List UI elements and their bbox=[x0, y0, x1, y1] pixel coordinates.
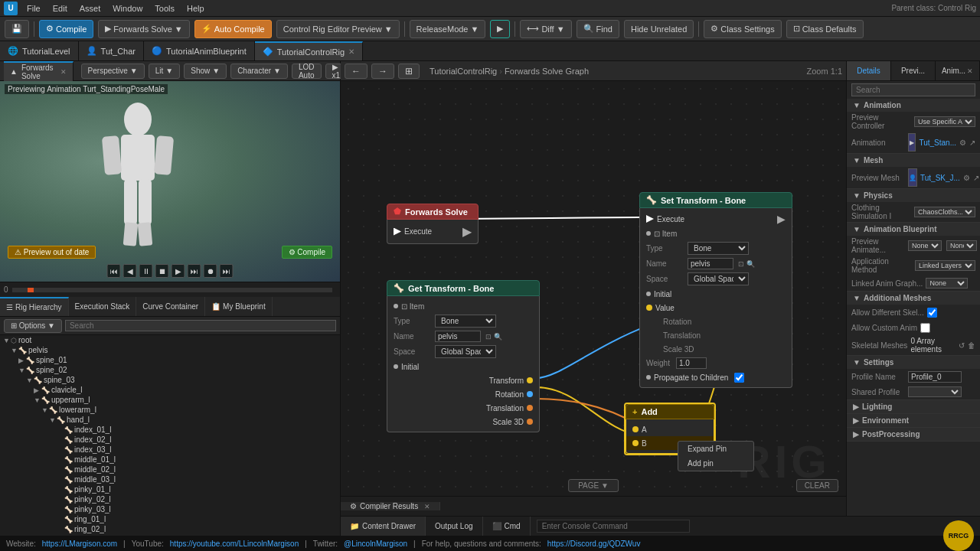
tab-tutorial-control-rig[interactable]: 🔷 TutorialControlRig ✕ bbox=[255, 41, 363, 60]
play-end-btn[interactable]: ⏭ bbox=[220, 264, 234, 278]
viewport-lod-btn[interactable]: LOD Auto bbox=[292, 64, 322, 79]
environment-section-header[interactable]: ▶ Environment bbox=[847, 414, 980, 427]
delete-icon[interactable]: 🗑 bbox=[968, 341, 975, 350]
play-record-btn[interactable]: ⏺ bbox=[204, 264, 217, 278]
compile-viewport-button[interactable]: ⚙ Compile bbox=[282, 246, 332, 259]
node-get-transform[interactable]: 🦴 Get Transform - Bone ⊡ Item Type bbox=[387, 280, 540, 432]
play-stop-btn[interactable]: ⏹ bbox=[155, 264, 169, 278]
tree-item-pinky02[interactable]: 🦴 pinky_02_l bbox=[0, 494, 340, 504]
value-in-pin[interactable] bbox=[646, 305, 652, 311]
tree-item-middle02[interactable]: 🦴 middle_02_l bbox=[0, 465, 340, 474]
compile-button[interactable]: ⚙Compile bbox=[39, 20, 93, 38]
tree-item-spine03[interactable]: ▼ 🦴 spine_03 bbox=[0, 375, 340, 385]
hide-unrelated-button[interactable]: Hide Unrelated bbox=[624, 20, 694, 38]
bp-nav-fwd[interactable]: → bbox=[371, 64, 394, 79]
tree-item-spine02[interactable]: ▼ 🦴 spine_02 bbox=[0, 365, 340, 375]
rotation-out-pin[interactable] bbox=[527, 391, 533, 397]
options-dropdown[interactable]: ⊞ Options ▼ bbox=[4, 319, 62, 333]
console-input[interactable] bbox=[537, 520, 690, 533]
application-method-select[interactable]: Linked Layers bbox=[915, 260, 975, 271]
tree-item-middle01[interactable]: 🦴 middle_01_l bbox=[0, 455, 340, 465]
linked-anim-graph-select[interactable]: None bbox=[926, 278, 968, 289]
preview-tab[interactable]: Previ... bbox=[891, 61, 936, 80]
mesh-settings-icon[interactable]: ⚙ bbox=[963, 174, 970, 182]
profile-name-input[interactable] bbox=[908, 371, 962, 383]
tree-item-upperarm-l[interactable]: ▼ 🦴 upperarm_l bbox=[0, 395, 340, 405]
mesh-section-header[interactable]: ▼ Mesh bbox=[847, 154, 980, 167]
tree-item-spine01[interactable]: ▶ 🦴 spine_01 bbox=[0, 355, 340, 365]
context-add-pin[interactable]: Add pin bbox=[678, 456, 753, 471]
tree-item-index01[interactable]: 🦴 index_01_l bbox=[0, 425, 340, 435]
transform-out-pin[interactable] bbox=[527, 377, 533, 383]
editor-preview-button[interactable]: Control Rig Editor Preview▼ bbox=[276, 20, 400, 38]
execute-out-pin[interactable] bbox=[394, 228, 401, 236]
website-link[interactable]: https://LMargison.com bbox=[42, 540, 117, 548]
viewport-tab[interactable]: ▲ Forwards Solve ✕ bbox=[4, 61, 74, 81]
set-transform-name-input[interactable] bbox=[688, 258, 733, 269]
allow-custom-anim-checkbox[interactable] bbox=[920, 323, 930, 333]
refresh-icon[interactable]: ↺ bbox=[959, 341, 965, 350]
discord-link[interactable]: https://Discord.gg/QDZWuv bbox=[547, 540, 641, 548]
viewport-perspective-btn[interactable]: Perspective▼ bbox=[81, 64, 145, 79]
tree-item-index02[interactable]: 🦴 index_02_l bbox=[0, 435, 340, 445]
tree-item-lowerarm-l[interactable]: ▼ 🦴 lowerarm_l bbox=[0, 405, 340, 415]
play-next-btn[interactable]: ⏭ bbox=[188, 264, 201, 278]
bp-fit-btn[interactable]: ⊞ bbox=[398, 64, 420, 79]
bp-nav-back[interactable]: ← bbox=[345, 64, 368, 79]
physics-section-header[interactable]: ▼ Physics bbox=[847, 189, 980, 202]
tree-item-middle03[interactable]: 🦴 middle_03_l bbox=[0, 474, 340, 484]
tab-rig-hierarchy[interactable]: ☰ Rig Hierarchy bbox=[0, 297, 69, 316]
anim-open-icon[interactable]: ↗ bbox=[969, 139, 975, 147]
viewport-show-btn[interactable]: Show▼ bbox=[184, 64, 227, 79]
lighting-section-header[interactable]: ▶ Lighting bbox=[847, 400, 980, 413]
release-mode-button[interactable]: ReleaseMode▼ bbox=[410, 20, 486, 38]
tree-item-pelvis[interactable]: ▼ 🦴 pelvis bbox=[0, 345, 340, 355]
play-start-btn[interactable]: ⏮ bbox=[107, 264, 121, 278]
menu-tools[interactable]: Tools bbox=[152, 4, 178, 13]
viewport-lit-btn[interactable]: Lit▼ bbox=[149, 64, 180, 79]
propagate-checkbox[interactable] bbox=[734, 373, 744, 383]
additional-meshes-header[interactable]: ▼ Additional Meshes bbox=[847, 292, 980, 305]
viewport-tab-close[interactable]: ✕ bbox=[60, 68, 67, 76]
set-transform-space-select[interactable]: Global Space bbox=[688, 272, 749, 285]
get-transform-space-select[interactable]: Global Space bbox=[435, 345, 496, 358]
compiler-results-tab[interactable]: ⚙ Compiler Results ✕ bbox=[341, 502, 440, 510]
menu-asset[interactable]: Asset bbox=[77, 4, 104, 13]
details-close-icon[interactable]: ✕ bbox=[967, 67, 973, 75]
preview-controller-select[interactable]: Use Specific Ani bbox=[914, 116, 975, 127]
auto-compile-button[interactable]: ⚡Auto Compile bbox=[194, 20, 272, 38]
preview-out-of-date[interactable]: ⚠ Preview out of date bbox=[8, 246, 96, 259]
timeline-bar[interactable] bbox=[12, 288, 332, 292]
menu-edit[interactable]: Edit bbox=[50, 4, 70, 13]
clothing-sim-select[interactable]: ChaosCloths... bbox=[914, 207, 975, 217]
tree-item-ring01[interactable]: 🦴 ring_01_l bbox=[0, 514, 340, 524]
hierarchy-search[interactable] bbox=[65, 320, 336, 331]
tab-execution-stack[interactable]: Execution Stack bbox=[69, 297, 137, 316]
class-settings-button[interactable]: ⚙Class Settings bbox=[704, 20, 781, 38]
settings-section-header[interactable]: ▼ Settings bbox=[847, 356, 980, 369]
preview-animate-select[interactable]: None bbox=[908, 240, 942, 251]
anim-bp-section-header[interactable]: ▼ Animation Blueprint bbox=[847, 223, 980, 236]
play-btn[interactable]: ▶ bbox=[172, 264, 185, 278]
anim-settings-icon[interactable]: ⚙ bbox=[959, 139, 966, 147]
save-button[interactable]: 💾 bbox=[5, 20, 29, 38]
weight-input[interactable] bbox=[676, 357, 707, 369]
details-search[interactable] bbox=[851, 83, 975, 96]
tab-my-blueprint[interactable]: 📋 My Blueprint bbox=[205, 297, 273, 316]
tab-tutorial-level[interactable]: 🌐 TutorialLevel bbox=[0, 41, 79, 60]
details-tab[interactable]: Details bbox=[847, 61, 891, 80]
content-drawer-tab[interactable]: 📁 Content Drawer bbox=[341, 517, 426, 536]
menu-file[interactable]: File bbox=[24, 4, 44, 13]
timeline[interactable]: 0 bbox=[0, 282, 340, 297]
diff-button[interactable]: ⟷Diff▼ bbox=[520, 20, 571, 38]
youtube-link[interactable]: https://youtube.com/LLincolnMargison bbox=[170, 540, 299, 548]
menu-window[interactable]: Window bbox=[109, 4, 145, 13]
clear-button[interactable]: CLEAR bbox=[796, 479, 838, 492]
tree-item-hand-l[interactable]: ▼ 🦴 hand_l bbox=[0, 415, 340, 425]
class-defaults-button[interactable]: ⊡Class Defaults bbox=[786, 20, 864, 38]
anim-tab[interactable]: Anim... ✕ bbox=[936, 61, 980, 80]
allow-different-skeletons-checkbox[interactable] bbox=[927, 308, 937, 318]
tree-item-clavicle-l[interactable]: ▶ 🦴 clavicle_l bbox=[0, 385, 340, 395]
compiler-results-close[interactable]: ✕ bbox=[424, 503, 430, 510]
tab-curve-container[interactable]: Curve Container bbox=[136, 297, 205, 316]
